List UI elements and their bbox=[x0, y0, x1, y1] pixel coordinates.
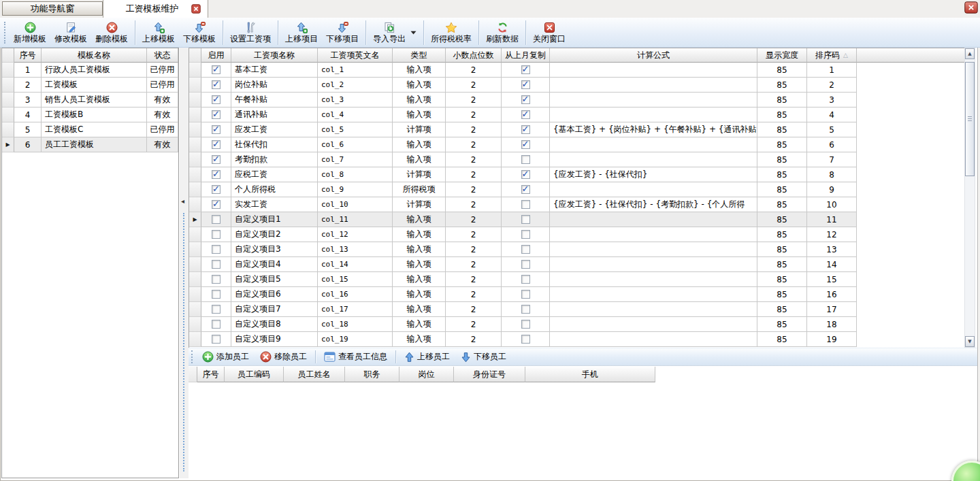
tab-salary-template-maintenance[interactable]: 工资模板维护 bbox=[103, 0, 208, 18]
skin-orb-button[interactable] bbox=[951, 461, 980, 481]
remove-employee-button[interactable]: 移除员工 bbox=[255, 350, 312, 364]
copy-prev-month-checkbox[interactable] bbox=[521, 140, 530, 149]
copy-prev-month-checkbox[interactable] bbox=[521, 65, 530, 74]
salary-item-row-9[interactable]: 个人所得税col_9所得税项2859 bbox=[189, 182, 964, 197]
window-close-button[interactable] bbox=[964, 1, 978, 14]
copy-prev-month-checkbox[interactable] bbox=[521, 155, 530, 164]
column-header-0[interactable]: 启用 bbox=[201, 48, 231, 63]
enabled-checkbox[interactable] bbox=[212, 170, 220, 179]
delete-template-button[interactable]: 删除模板 bbox=[91, 20, 132, 45]
template-row-5[interactable]: 5工资模板C已停用 bbox=[2, 122, 178, 137]
salary-item-row-7[interactable]: 考勤扣款col_7输入项2857 bbox=[189, 152, 964, 167]
salary-item-row-10[interactable]: 实发工资col_10计算项2{应发工资} - {社保代扣} - {考勤扣款} -… bbox=[189, 197, 964, 212]
enabled-checkbox[interactable] bbox=[212, 230, 220, 239]
copy-prev-month-checkbox[interactable] bbox=[521, 110, 530, 119]
move-template-up-button[interactable]: 上移模板 bbox=[138, 20, 179, 45]
salary-item-row-11[interactable]: ▶自定义项目1col_11输入项28511 bbox=[189, 212, 964, 227]
column-header-3[interactable]: 职务 bbox=[345, 367, 399, 382]
enabled-checkbox[interactable] bbox=[212, 185, 220, 194]
scrollbar-thumb[interactable] bbox=[965, 62, 975, 176]
copy-prev-month-checkbox[interactable] bbox=[521, 320, 530, 329]
move-template-down-button[interactable]: 下移模板 bbox=[179, 20, 220, 45]
enabled-checkbox[interactable] bbox=[212, 215, 220, 224]
column-header-7[interactable]: 显示宽度 bbox=[757, 48, 807, 63]
refresh-data-button[interactable]: 刷新数据 bbox=[482, 20, 523, 45]
enabled-checkbox[interactable] bbox=[212, 95, 220, 104]
enabled-checkbox[interactable] bbox=[212, 275, 220, 284]
copy-prev-month-checkbox[interactable] bbox=[521, 260, 530, 269]
template-row-2[interactable]: 2工资模板已停用 bbox=[2, 78, 178, 93]
import-export-button[interactable]: 导入导出 bbox=[369, 20, 421, 45]
column-header-3[interactable]: 类型 bbox=[393, 48, 446, 63]
tab-close-icon[interactable] bbox=[191, 4, 201, 14]
copy-prev-month-checkbox[interactable] bbox=[521, 245, 530, 254]
copy-prev-month-checkbox[interactable] bbox=[521, 230, 530, 239]
copy-prev-month-checkbox[interactable] bbox=[521, 170, 530, 179]
enabled-checkbox[interactable] bbox=[212, 110, 220, 119]
set-salary-items-button[interactable]: 设置工资项 bbox=[226, 20, 275, 45]
column-header-6[interactable]: 手机 bbox=[525, 367, 655, 382]
template-row-1[interactable]: 1行政人员工资模板已停用 bbox=[2, 63, 178, 78]
enabled-checkbox[interactable] bbox=[212, 260, 220, 269]
salary-item-row-8[interactable]: 应税工资col_8计算项2{应发工资} - {社保代扣}858 bbox=[189, 167, 964, 182]
move-employee-up-button[interactable]: 上移员工 bbox=[399, 350, 455, 364]
enabled-checkbox[interactable] bbox=[212, 290, 220, 299]
column-header-8[interactable]: 排序码△ bbox=[807, 48, 857, 63]
toolbar-drag-grip[interactable] bbox=[191, 350, 193, 363]
salary-item-row-14[interactable]: 自定义项目4col_14输入项28514 bbox=[189, 257, 964, 272]
column-header-2[interactable]: 员工姓名 bbox=[284, 367, 345, 382]
tab-function-navigation[interactable]: 功能导航窗 bbox=[2, 1, 103, 16]
salary-item-row-16[interactable]: 自定义项目6col_16输入项28516 bbox=[189, 287, 964, 302]
column-header-0[interactable]: 序号 bbox=[197, 367, 225, 382]
copy-prev-month-checkbox[interactable] bbox=[521, 185, 530, 194]
scroll-up-icon[interactable]: ▲ bbox=[965, 48, 975, 59]
copy-prev-month-checkbox[interactable] bbox=[521, 335, 530, 344]
enabled-checkbox[interactable] bbox=[212, 200, 220, 209]
template-row-6[interactable]: ▶6员工工资模板有效 bbox=[2, 137, 178, 152]
template-row-3[interactable]: 3销售人员工资模板有效 bbox=[2, 93, 178, 107]
salary-item-row-15[interactable]: 自定义项目5col_15输入项28515 bbox=[189, 272, 964, 287]
copy-prev-month-checkbox[interactable] bbox=[521, 215, 530, 224]
salary-item-row-1[interactable]: 基本工资col_1输入项2851 bbox=[189, 63, 964, 78]
enabled-checkbox[interactable] bbox=[212, 80, 220, 89]
enabled-checkbox[interactable] bbox=[212, 140, 220, 149]
copy-prev-month-checkbox[interactable] bbox=[521, 200, 530, 209]
column-header-0[interactable]: 序号 bbox=[14, 48, 42, 63]
column-header-1[interactable]: 模板名称 bbox=[42, 48, 147, 63]
salary-item-row-3[interactable]: 午餐补贴col_3输入项2853 bbox=[189, 93, 964, 107]
salary-item-row-6[interactable]: 社保代扣col_6输入项2856 bbox=[189, 137, 964, 152]
add-employee-button[interactable]: 添加员工 bbox=[197, 350, 255, 364]
salary-item-row-5[interactable]: 应发工资col_5计算项2{基本工资} + {岗位补贴} + {午餐补贴} + … bbox=[189, 122, 964, 137]
salary-item-row-4[interactable]: 通讯补贴col_4输入项2854 bbox=[189, 107, 964, 122]
template-row-4[interactable]: 4工资模板B有效 bbox=[2, 107, 178, 122]
view-employee-info-button[interactable]: 查看员工信息 bbox=[318, 350, 393, 363]
column-header-5[interactable]: 身份证号 bbox=[454, 367, 525, 382]
copy-prev-month-checkbox[interactable] bbox=[521, 290, 530, 299]
dropdown-caret-icon[interactable] bbox=[410, 31, 416, 35]
enabled-checkbox[interactable] bbox=[212, 245, 220, 254]
salary-item-row-13[interactable]: 自定义项目3col_13输入项28513 bbox=[189, 242, 964, 257]
enabled-checkbox[interactable] bbox=[212, 335, 220, 344]
column-header-2[interactable]: 状态 bbox=[147, 48, 178, 63]
collapse-left-icon[interactable]: ◂ bbox=[181, 197, 184, 205]
salary-item-row-19[interactable]: 自定义项目9col_19输入项28519 bbox=[189, 332, 964, 347]
enabled-checkbox[interactable] bbox=[212, 125, 220, 134]
move-item-up-button[interactable]: 上移项目 bbox=[281, 20, 322, 45]
add-template-button[interactable]: 新增模板 bbox=[10, 20, 50, 45]
column-header-4[interactable]: 岗位 bbox=[399, 367, 454, 382]
copy-prev-month-checkbox[interactable] bbox=[521, 305, 530, 314]
copy-prev-month-checkbox[interactable] bbox=[521, 275, 530, 284]
panel-splitter[interactable]: ◂ bbox=[180, 48, 189, 478]
income-tax-rate-button[interactable]: 所得税税率 bbox=[427, 20, 476, 45]
enabled-checkbox[interactable] bbox=[212, 320, 220, 329]
close-window-button[interactable]: 关闭窗口 bbox=[529, 20, 570, 45]
salary-item-row-18[interactable]: 自定义项目8col_18输入项28518 bbox=[189, 317, 964, 332]
column-header-5[interactable]: 从上月复制 bbox=[502, 48, 550, 63]
vertical-scrollbar[interactable]: ▲ ▼ bbox=[964, 48, 975, 348]
column-header-1[interactable]: 工资项名称 bbox=[231, 48, 318, 63]
move-item-down-button[interactable]: 下移项目 bbox=[322, 20, 363, 45]
column-header-2[interactable]: 工资项英文名 bbox=[318, 48, 393, 63]
scroll-down-icon[interactable]: ▼ bbox=[965, 336, 975, 347]
salary-item-row-2[interactable]: 岗位补贴col_2输入项2852 bbox=[189, 78, 964, 93]
edit-template-button[interactable]: 修改模板 bbox=[50, 20, 91, 45]
